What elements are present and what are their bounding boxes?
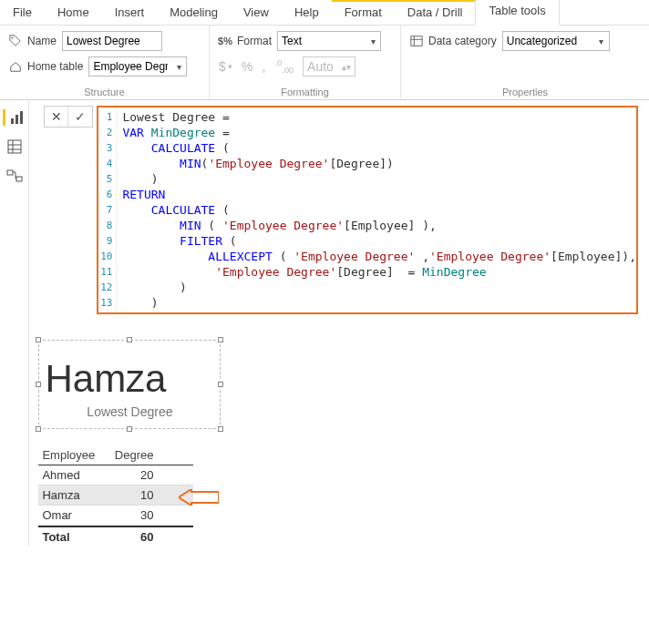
card-visual[interactable]: Hamza Lowest Degree xyxy=(38,340,221,429)
tab-data-drill[interactable]: Data / Drill xyxy=(395,0,476,25)
home-table-select[interactable]: ▾ xyxy=(88,56,187,77)
data-view-icon[interactable] xyxy=(6,138,23,155)
thousands-button[interactable]: , xyxy=(262,63,265,70)
ribbon-panel: Name Home table ▾ Structure $% Format ▾ … xyxy=(0,26,649,100)
workspace: ✕ ✓ 1Lowest Degree =2VAR MinDegree =3 CA… xyxy=(0,100,649,547)
group-label-formatting: Formatting xyxy=(219,85,391,97)
home-icon xyxy=(9,60,22,73)
ribbon-group-structure: Name Home table ▾ Structure xyxy=(0,26,210,99)
format-label: Format xyxy=(237,35,272,47)
format-icon: $% xyxy=(219,35,232,47)
tab-insert[interactable]: Insert xyxy=(102,0,158,25)
tab-help[interactable]: Help xyxy=(282,0,332,25)
svg-rect-4 xyxy=(11,118,14,124)
column-header-degree[interactable]: Degree xyxy=(108,445,157,465)
data-category-label: Data category xyxy=(428,35,497,47)
home-table-label: Home table xyxy=(27,60,83,73)
formula-commit-button[interactable]: ✓ xyxy=(68,107,92,127)
cell-degree: 20 xyxy=(108,465,157,485)
decimals-button[interactable]: .0.00 xyxy=(275,58,294,75)
svg-rect-7 xyxy=(8,140,21,153)
resize-handle[interactable] xyxy=(36,382,41,387)
svg-rect-6 xyxy=(20,111,23,124)
percent-button[interactable]: % xyxy=(242,59,252,74)
column-header-employee[interactable]: Employee xyxy=(38,445,108,465)
dax-editor[interactable]: 1Lowest Degree =2VAR MinDegree =3 CALCUL… xyxy=(97,106,638,314)
tab-file[interactable]: File xyxy=(0,0,45,25)
resize-handle[interactable] xyxy=(127,337,132,342)
formula-controls: ✕ ✓ xyxy=(44,106,93,128)
cell-degree: 30 xyxy=(108,506,157,525)
resize-handle[interactable] xyxy=(218,426,223,432)
name-input[interactable] xyxy=(62,31,162,51)
tag-icon xyxy=(9,35,22,47)
svg-point-0 xyxy=(12,37,14,39)
group-label-structure: Structure xyxy=(9,85,200,97)
formula-bar: ✕ ✓ 1Lowest Degree =2VAR MinDegree =3 CA… xyxy=(44,106,638,314)
format-select[interactable]: ▾ xyxy=(277,31,381,51)
category-icon xyxy=(410,35,423,47)
chevron-down-icon: ▾ xyxy=(366,36,380,46)
arrow-annotation-icon xyxy=(179,489,219,506)
ribbon-group-properties: Data category ▾ Properties xyxy=(401,26,649,99)
tab-table-tools[interactable]: Table tools xyxy=(475,0,559,26)
table-row[interactable]: Hamza10 xyxy=(38,486,193,506)
table-header: Employee Degree xyxy=(38,445,193,465)
name-label: Name xyxy=(27,35,57,47)
svg-rect-11 xyxy=(7,170,13,175)
cell-employee: Ahmed xyxy=(38,465,108,485)
report-view-icon[interactable] xyxy=(3,109,19,126)
ribbon-tabs: File Home Insert Modeling View Help Form… xyxy=(0,0,649,26)
tab-home[interactable]: Home xyxy=(45,0,102,25)
formula-cancel-button[interactable]: ✕ xyxy=(45,107,68,127)
cell-employee: Omar xyxy=(38,506,108,525)
decimal-places-input[interactable]: Auto▴▾ xyxy=(303,56,355,77)
total-label: Total xyxy=(38,527,108,547)
chevron-down-icon: ▾ xyxy=(594,36,609,46)
group-label-properties: Properties xyxy=(410,85,640,97)
total-value: 60 xyxy=(108,527,157,547)
cell-employee: Hamza xyxy=(38,486,108,505)
card-caption: Lowest Degree xyxy=(45,404,214,419)
card-value: Hamza xyxy=(45,357,214,401)
svg-rect-1 xyxy=(411,36,422,46)
model-view-icon[interactable] xyxy=(6,168,23,184)
currency-button[interactable]: $ xyxy=(219,59,226,74)
table-row[interactable]: Ahmed20 xyxy=(38,465,193,486)
table-total-row: Total 60 xyxy=(38,526,193,547)
cell-degree: 10 xyxy=(108,486,157,505)
tab-view[interactable]: View xyxy=(231,0,282,25)
resize-handle[interactable] xyxy=(218,337,223,342)
svg-rect-5 xyxy=(15,115,18,124)
ribbon-group-formatting: $% Format ▾ $▾ % , .0.00 Auto▴▾ Formatti… xyxy=(210,26,401,99)
resize-handle[interactable] xyxy=(218,382,223,387)
resize-handle[interactable] xyxy=(36,426,41,432)
table-visual[interactable]: Employee Degree Ahmed20Hamza10Omar30 Tot… xyxy=(38,445,193,547)
table-row[interactable]: Omar30 xyxy=(38,506,193,526)
resize-handle[interactable] xyxy=(127,426,132,432)
chevron-down-icon: ▾ xyxy=(171,62,186,72)
report-canvas[interactable]: ✕ ✓ 1Lowest Degree =2VAR MinDegree =3 CA… xyxy=(29,100,649,547)
resize-handle[interactable] xyxy=(36,337,41,342)
view-rail xyxy=(0,100,29,547)
tab-modeling[interactable]: Modeling xyxy=(157,0,231,25)
svg-rect-12 xyxy=(16,177,22,181)
tab-format[interactable]: Format xyxy=(332,0,395,25)
data-category-select[interactable]: ▾ xyxy=(502,31,610,51)
